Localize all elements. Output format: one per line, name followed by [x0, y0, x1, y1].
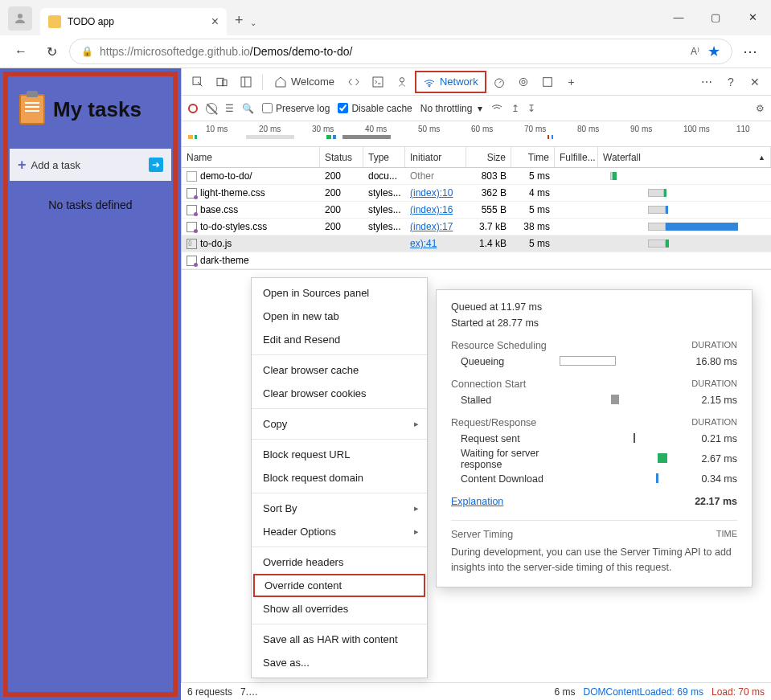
file-icon [187, 239, 197, 249]
devtools-close-icon[interactable]: ✕ [744, 71, 766, 93]
col-initiator: Initiator [405, 147, 466, 167]
svg-point-7 [400, 77, 404, 81]
menu-item[interactable]: Edit and Resend [252, 328, 427, 351]
devtools-more-icon[interactable]: ⋯ [695, 71, 718, 93]
explanation-link[interactable]: Explanation [451, 496, 503, 507]
no-tasks-message: No tasks defined [8, 181, 173, 229]
lock-icon: 🔒 [81, 46, 93, 57]
menu-item[interactable]: Block request domain [252, 466, 427, 489]
tab-console-icon[interactable] [367, 71, 389, 93]
network-timeline[interactable]: 10 ms20 ms30 ms40 ms50 ms60 ms70 ms80 ms… [182, 121, 771, 147]
window-maximize[interactable]: ▢ [697, 3, 734, 31]
add-task-row[interactable]: + Add a task ➜ [10, 149, 171, 181]
profile-avatar[interactable] [8, 6, 32, 31]
devtools-help-icon[interactable]: ? [720, 71, 742, 93]
file-icon [187, 188, 197, 199]
address-bar-row: ← ↻ 🔒 https://microsoftedge.github.io/De… [0, 35, 771, 68]
table-row[interactable]: to-do.js ex):41 1.4 kB 5 ms [182, 235, 771, 252]
submit-task-icon[interactable]: ➜ [149, 158, 163, 172]
read-aloud-icon[interactable]: A⁾ [691, 46, 699, 57]
network-table: Name Status Type Initiator Size Time Ful… [182, 147, 771, 270]
preserve-log-checkbox[interactable]: Preserve log [262, 103, 330, 114]
menu-item[interactable]: Save as... [252, 651, 427, 674]
disable-cache-checkbox[interactable]: Disable cache [338, 103, 412, 114]
timing-tooltip: Queued at 11.97 ms Started at 28.77 ms R… [436, 289, 753, 587]
clipboard-icon [19, 94, 45, 125]
record-icon[interactable] [188, 104, 198, 113]
svg-point-8 [429, 85, 429, 86]
menu-item[interactable]: Show all overrides [252, 597, 427, 620]
throttling-select[interactable]: No throttling ▾ [420, 103, 482, 114]
dock-icon[interactable] [235, 71, 257, 93]
device-toggle-icon[interactable] [211, 71, 233, 93]
menu-item[interactable]: Sort By [252, 497, 427, 520]
page-title: My tasks [53, 97, 141, 122]
close-tab-icon[interactable]: × [211, 14, 219, 29]
table-row[interactable]: base.css 200 styles... (index):16 555 B … [182, 202, 771, 219]
started-at: Started at 28.77 ms [451, 317, 737, 329]
timeline-tick: 20 ms [259, 125, 281, 133]
initiator-link[interactable]: (index):10 [410, 187, 453, 199]
tab-sources-icon[interactable] [391, 71, 413, 93]
clear-icon[interactable] [206, 103, 217, 114]
file-icon [187, 222, 197, 232]
menu-item[interactable]: Clear browser cache [252, 358, 427, 382]
menu-item[interactable]: Save all as HAR with content [252, 628, 427, 651]
add-task-label: Add a task [31, 159, 80, 171]
menu-item[interactable]: Header Options [252, 520, 427, 543]
initiator-link[interactable]: (index):16 [410, 204, 453, 215]
file-icon [187, 205, 197, 215]
dcl-time: DOMContentLoaded: 69 ms [584, 686, 703, 698]
timeline-tick: 110 [736, 125, 750, 133]
tab-overflow-icon[interactable]: ⌄ [250, 18, 256, 27]
initiator-link[interactable]: (index):17 [410, 221, 453, 232]
browser-menu-icon[interactable]: ⋯ [737, 39, 763, 64]
window-close[interactable]: ✕ [734, 3, 771, 31]
svg-point-0 [18, 14, 23, 18]
address-box[interactable]: 🔒 https://microsoftedge.github.io/Demos/… [69, 39, 732, 64]
initiator-link[interactable]: ex):41 [410, 238, 437, 249]
tab-elements-icon[interactable] [342, 71, 365, 93]
tab-title: TODO app [68, 16, 211, 27]
tab-memory-icon[interactable] [512, 71, 535, 93]
server-timing-note: During development, you can use the Serv… [451, 545, 737, 575]
table-header[interactable]: Name Status Type Initiator Size Time Ful… [182, 147, 771, 168]
plus-icon: + [18, 157, 27, 174]
favorite-icon[interactable]: ★ [707, 43, 720, 60]
new-tab-button[interactable]: + [235, 12, 244, 29]
menu-item[interactable]: Block request URL [252, 443, 427, 466]
timeline-tick: 80 ms [577, 125, 599, 133]
timeline-tick: 90 ms [630, 125, 652, 133]
network-settings-icon[interactable]: ⚙ [756, 103, 765, 114]
browser-tab[interactable]: TODO app × [40, 8, 227, 35]
window-minimize[interactable]: — [660, 3, 697, 31]
network-conditions-icon[interactable] [490, 100, 503, 116]
menu-item[interactable]: Override content [253, 574, 425, 597]
menu-item[interactable]: Clear browser cookies [252, 382, 427, 405]
inspect-icon[interactable] [187, 71, 209, 93]
menu-item[interactable]: Open in new tab [252, 305, 427, 328]
menu-item[interactable]: Open in Sources panel [252, 281, 427, 305]
tab-application-icon[interactable] [536, 71, 559, 93]
import-har-icon[interactable]: ↥ [511, 103, 519, 114]
back-button[interactable]: ← [8, 39, 34, 64]
table-row[interactable]: to-do-styles.css 200 styles... (index):1… [182, 219, 771, 235]
refresh-button[interactable]: ↻ [39, 39, 64, 64]
filter-icon[interactable]: ☰ [225, 103, 234, 114]
timeline-tick: 70 ms [524, 125, 546, 133]
tab-performance-icon[interactable] [488, 71, 511, 93]
col-status: Status [320, 147, 363, 167]
tab-network[interactable]: Network [415, 71, 486, 93]
more-tabs-icon[interactable]: + [560, 71, 583, 93]
table-row[interactable]: dark-theme [182, 252, 771, 269]
table-row[interactable]: demo-to-do/ 200 docu... Other 803 B 5 ms [182, 168, 771, 185]
url-text: https://microsoftedge.github.io/Demos/de… [100, 45, 352, 58]
menu-item[interactable]: Override headers [252, 551, 427, 574]
export-har-icon[interactable]: ↧ [527, 103, 535, 114]
timeline-tick: 50 ms [418, 125, 440, 133]
svg-point-11 [522, 80, 525, 84]
menu-item[interactable]: Copy [252, 412, 427, 436]
search-icon[interactable]: 🔍 [242, 103, 254, 114]
tab-welcome[interactable]: Welcome [268, 71, 341, 93]
table-row[interactable]: light-theme.css 200 styles... (index):10… [182, 185, 771, 202]
